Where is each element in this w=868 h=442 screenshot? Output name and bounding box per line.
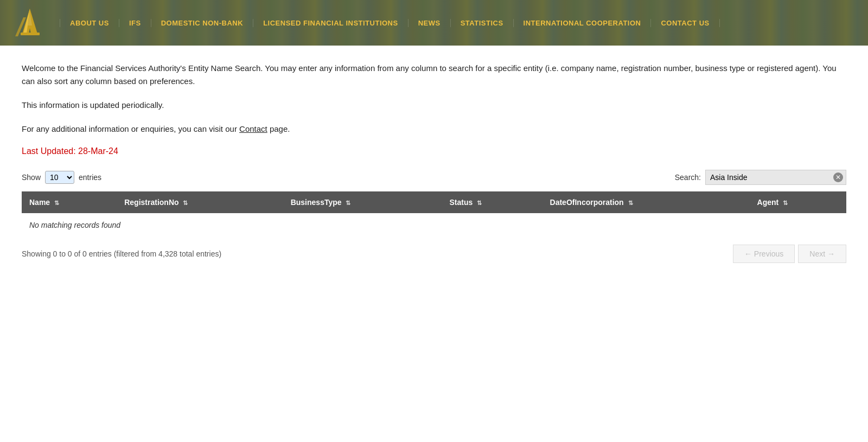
pagination-buttons: ← Previous Next → [733, 245, 846, 263]
sort-icon-date: ⇅ [628, 200, 633, 207]
search-label: Search: [675, 173, 701, 182]
search-input[interactable] [705, 170, 846, 185]
table-body: No matching records found [22, 213, 846, 237]
previous-button[interactable]: ← Previous [733, 245, 795, 263]
intro-paragraph: Welcome to the Financial Services Author… [22, 62, 846, 88]
showing-text: Showing 0 to 0 of 0 entries (filtered fr… [22, 249, 221, 258]
col-status[interactable]: Status ⇅ [442, 191, 542, 213]
sort-icon-name: ⇅ [54, 200, 59, 207]
next-button[interactable]: Next → [798, 245, 846, 263]
col-name[interactable]: Name ⇅ [22, 191, 117, 213]
search-input-wrapper: ✕ [705, 170, 846, 185]
nav-item-statistics[interactable]: STATISTICS [451, 19, 514, 27]
nav-item-international-cooperation[interactable]: INTERNATIONAL COOPERATION [514, 19, 652, 27]
last-updated-label: Last Updated: [22, 146, 76, 156]
entries-select[interactable]: 10 25 50 100 [45, 171, 74, 184]
table-controls: Show 10 25 50 100 entries Search: ✕ [22, 170, 846, 185]
contact-link[interactable]: Contact [239, 124, 267, 133]
no-records-message: No matching records found [22, 213, 846, 237]
pagination-row: Showing 0 to 0 of 0 entries (filtered fr… [22, 245, 846, 263]
header: ABOUT US IFS DOMESTIC NON-BANK LICENSED … [0, 0, 868, 46]
updated-paragraph: This information is updated periodically… [22, 99, 846, 112]
last-updated-date: 28-Mar-24 [76, 146, 118, 156]
sort-icon-biz: ⇅ [346, 200, 350, 207]
no-records-row: No matching records found [22, 213, 846, 237]
sort-icon-agent: ⇅ [783, 200, 788, 207]
col-business-type[interactable]: BusinessType ⇅ [283, 191, 442, 213]
sort-icon-reg: ⇅ [183, 200, 188, 207]
last-updated: Last Updated: 28-Mar-24 [22, 146, 846, 156]
nav-item-ifs[interactable]: IFS [119, 19, 151, 27]
table-header: Name ⇅ RegistrationNo ⇅ BusinessType ⇅ S… [22, 191, 846, 213]
svg-rect-2 [21, 33, 40, 35]
nav-item-about-us[interactable]: ABOUT US [60, 19, 119, 27]
search-clear-button[interactable]: ✕ [833, 172, 843, 182]
nav-item-news[interactable]: NEWS [409, 19, 451, 27]
entries-label: entries [79, 173, 101, 182]
nav-item-domestic-non-bank[interactable]: DOMESTIC NON-BANK [151, 19, 254, 27]
nav-item-contact-us[interactable]: CONTACT US [651, 19, 719, 27]
search-box: Search: ✕ [675, 170, 846, 185]
contact-paragraph-after: page. [267, 124, 290, 133]
nav-item-licensed-financial[interactable]: LICENSED FINANCIAL INSTITUTIONS [253, 19, 409, 27]
contact-paragraph-before: For any additional information or enquir… [22, 124, 239, 133]
contact-paragraph: For any additional information or enquir… [22, 123, 846, 136]
table-header-row: Name ⇅ RegistrationNo ⇅ BusinessType ⇅ S… [22, 191, 846, 213]
logo[interactable] [11, 5, 49, 41]
show-label: Show [22, 173, 41, 182]
col-date-of-incorporation[interactable]: DateOfIncorporation ⇅ [542, 191, 750, 213]
entities-table: Name ⇅ RegistrationNo ⇅ BusinessType ⇅ S… [22, 191, 846, 237]
main-nav: ABOUT US IFS DOMESTIC NON-BANK LICENSED … [60, 19, 857, 27]
show-entries-control: Show 10 25 50 100 entries [22, 171, 101, 184]
col-registration-no[interactable]: RegistrationNo ⇅ [117, 191, 283, 213]
col-agent[interactable]: Agent ⇅ [750, 191, 846, 213]
main-content: Welcome to the Financial Services Author… [0, 46, 868, 442]
sort-icon-status: ⇅ [477, 200, 482, 207]
header-content: ABOUT US IFS DOMESTIC NON-BANK LICENSED … [0, 5, 868, 41]
